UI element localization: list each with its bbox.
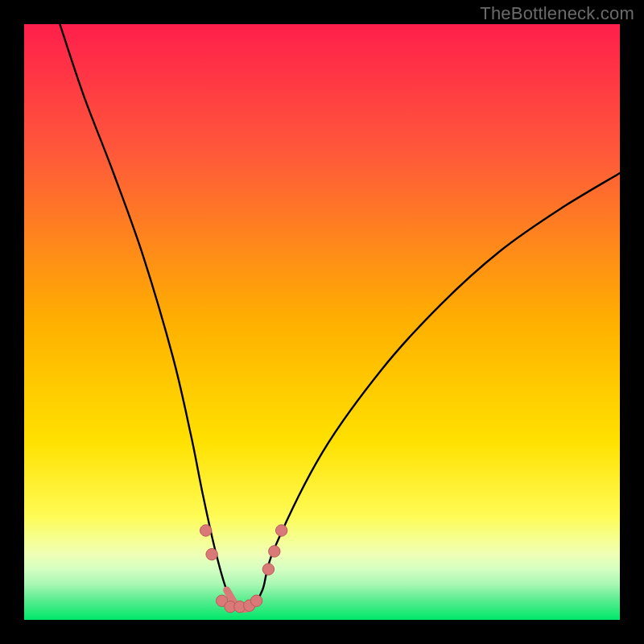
curve-marker [262,564,274,575]
curve-marker [200,525,212,536]
watermark-text: TheBottleneck.com [480,3,634,24]
outer-frame: TheBottleneck.com [0,0,644,644]
curve-marker [269,546,280,557]
bottleneck-curve [60,24,620,610]
curve-layer [24,24,620,620]
curve-marker [275,525,287,536]
curve-marker [206,548,217,559]
plot-area [24,24,620,620]
curve-marker [250,595,262,606]
